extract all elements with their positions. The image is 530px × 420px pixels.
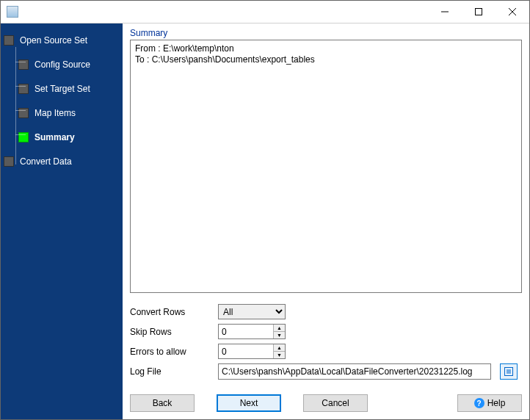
errors-allow-input[interactable] bbox=[219, 344, 273, 358]
summary-textbox[interactable]: From : E:\work\temp\nton To : C:\Users\p… bbox=[130, 40, 522, 293]
wizard-steps-sidebar: Open Source Set Config Source Set Target… bbox=[1, 23, 123, 419]
spin-down-icon[interactable]: ▼ bbox=[274, 332, 285, 338]
titlebar bbox=[1, 1, 529, 23]
step-set-target-set[interactable]: Set Target Set bbox=[18, 81, 120, 97]
next-button[interactable]: Next bbox=[217, 394, 281, 412]
step-label: Config Source bbox=[35, 59, 90, 70]
wizard-buttons: Back Next Cancel ? Help bbox=[130, 381, 522, 412]
spin-up-icon[interactable]: ▲ bbox=[274, 344, 285, 352]
app-icon bbox=[7, 6, 18, 18]
step-map-items[interactable]: Map Items bbox=[18, 105, 120, 121]
log-file-browse-button[interactable] bbox=[500, 363, 518, 380]
convert-rows-label: Convert Rows bbox=[130, 307, 218, 317]
step-label: Summary bbox=[35, 132, 75, 142]
spin-up-icon[interactable]: ▲ bbox=[274, 325, 285, 332]
skip-rows-label: Skip Rows bbox=[130, 327, 218, 337]
log-file-input[interactable] bbox=[218, 363, 491, 380]
log-file-label: Log File bbox=[130, 366, 218, 377]
content: Open Source Set Config Source Set Target… bbox=[1, 23, 529, 419]
step-label: Map Items bbox=[35, 108, 76, 118]
window-controls bbox=[428, 1, 529, 23]
back-button[interactable]: Back bbox=[130, 394, 195, 412]
summary-section-label: Summary bbox=[130, 28, 522, 38]
step-label: Open Source Set bbox=[20, 35, 87, 46]
summary-to-line: To : C:\Users\pansh\Documents\export_tab… bbox=[135, 54, 517, 65]
browse-icon bbox=[504, 366, 514, 377]
row-log-file: Log File bbox=[130, 361, 522, 381]
skip-rows-spinner[interactable]: ▲ ▼ bbox=[218, 324, 286, 339]
convert-rows-select[interactable]: All bbox=[218, 304, 286, 319]
svg-rect-1 bbox=[476, 9, 482, 15]
main-panel: Summary From : E:\work\temp\nton To : C:… bbox=[123, 23, 529, 419]
help-label: Help bbox=[487, 398, 506, 408]
step-open-source-set[interactable]: Open Source Set bbox=[4, 32, 120, 48]
app-window: Open Source Set Config Source Set Target… bbox=[0, 0, 530, 420]
step-config-source[interactable]: Config Source bbox=[18, 57, 120, 73]
minimize-button[interactable] bbox=[428, 1, 462, 23]
row-errors-allow: Errors to allow ▲ ▼ bbox=[130, 341, 522, 361]
step-tree: Open Source Set Config Source Set Target… bbox=[4, 32, 120, 170]
step-summary[interactable]: Summary bbox=[18, 129, 120, 145]
step-convert-data[interactable]: Convert Data bbox=[4, 153, 120, 170]
step-node-icon bbox=[4, 35, 14, 46]
spin-down-icon[interactable]: ▼ bbox=[274, 352, 285, 358]
step-label: Convert Data bbox=[20, 156, 72, 167]
errors-allow-label: Errors to allow bbox=[130, 347, 218, 357]
summary-from-line: From : E:\work\temp\nton bbox=[135, 43, 517, 54]
step-label: Set Target Set bbox=[35, 84, 90, 94]
help-button[interactable]: ? Help bbox=[457, 394, 522, 412]
step-node-icon bbox=[4, 156, 14, 167]
row-skip-rows: Skip Rows ▲ ▼ bbox=[130, 322, 522, 341]
skip-rows-input[interactable] bbox=[219, 325, 273, 338]
cancel-button[interactable]: Cancel bbox=[303, 394, 368, 412]
errors-allow-spinner[interactable]: ▲ ▼ bbox=[218, 344, 286, 359]
help-icon: ? bbox=[474, 398, 484, 408]
row-convert-rows: Convert Rows All bbox=[130, 302, 522, 322]
maximize-button[interactable] bbox=[462, 1, 495, 23]
options-form: Convert Rows All Skip Rows ▲ bbox=[130, 302, 522, 381]
close-button[interactable] bbox=[495, 1, 529, 23]
